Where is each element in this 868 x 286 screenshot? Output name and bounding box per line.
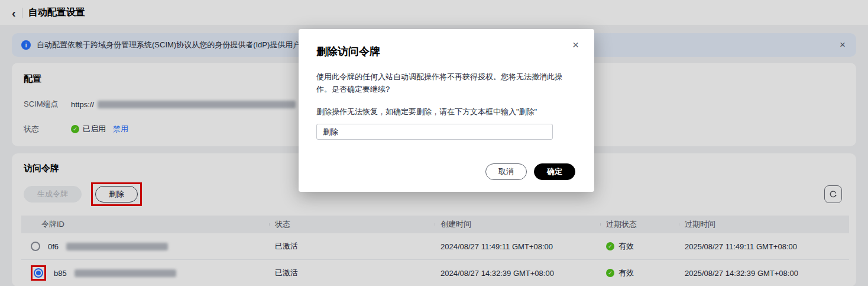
modal-confirm-instruction: 删除操作无法恢复，如确定要删除，请在下方文本框中输入"删除" xyxy=(316,105,576,118)
modal-footer: 取消 确定 xyxy=(485,163,575,180)
cancel-button[interactable]: 取消 xyxy=(485,163,527,180)
delete-token-modal: × 删除访问令牌 使用此令牌的任何入站自动调配操作将不再获得授权。您将无法撤消此… xyxy=(299,29,594,192)
modal-title: 删除访问令牌 xyxy=(316,44,576,59)
confirm-button[interactable]: 确定 xyxy=(534,163,575,180)
modal-body-text: 使用此令牌的任何入站自动调配操作将不再获得授权。您将无法撤消此操作。是否确定要继… xyxy=(316,70,576,95)
modal-close-icon[interactable]: × xyxy=(572,38,579,52)
delete-confirm-input[interactable] xyxy=(316,124,553,140)
